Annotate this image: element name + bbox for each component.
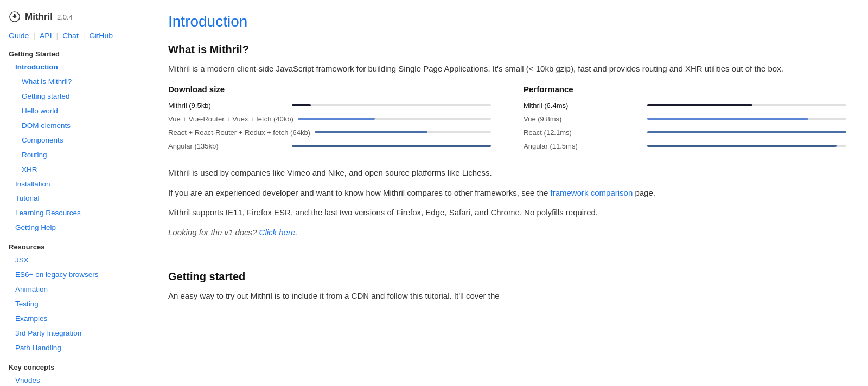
bar-fill <box>292 104 311 106</box>
sidebar-item-es6[interactable]: ES6+ on legacy browsers <box>9 268 137 282</box>
key-concepts-section: Key concepts <box>9 363 137 371</box>
bar-track <box>298 118 491 120</box>
performance-chart: Performance Mithril (6.4ms)Vue (9.8ms)Re… <box>524 85 846 156</box>
sidebar-item-getting-help[interactable]: Getting Help <box>9 221 137 235</box>
what-is-heading: What is Mithril? <box>168 43 846 56</box>
bar-row: Mithril (6.4ms) <box>524 101 846 110</box>
sidebar-item-testing[interactable]: Testing <box>9 297 137 312</box>
v1-docs-link[interactable]: Click here <box>259 228 296 237</box>
performance-title: Performance <box>524 85 846 94</box>
performance-bars: Mithril (6.4ms)Vue (9.8ms)React (12.1ms)… <box>524 101 846 150</box>
brand-version: 2.0.4 <box>57 13 73 21</box>
bar-label: Mithril (9.5kb) <box>168 101 288 110</box>
bar-track <box>292 104 491 106</box>
bar-fill <box>298 118 375 120</box>
download-size-chart: Download size Mithril (9.5kb)Vue + Vue-R… <box>168 85 491 156</box>
sidebar-item-hello-world[interactable]: Hello world <box>9 104 137 119</box>
bar-label: Angular (135kb) <box>168 142 288 150</box>
bar-fill <box>647 104 752 106</box>
bar-fill <box>292 145 491 147</box>
sidebar-item-examples[interactable]: Examples <box>9 312 137 326</box>
bar-row: Mithril (9.5kb) <box>168 101 491 110</box>
svg-point-1 <box>14 14 16 15</box>
what-is-description: Mithril is a modern client-side JavaScri… <box>168 62 846 76</box>
main-content: Introduction What is Mithril? Mithril is… <box>146 0 868 386</box>
top-nav: Guide | API | Chat | GitHub <box>9 31 137 40</box>
comparison-text-before: If you are an experienced developer and … <box>168 188 551 197</box>
bar-row: Vue (9.8ms) <box>524 115 846 123</box>
companies-text: Mithril is used by companies like Vimeo … <box>168 166 846 180</box>
bar-fill <box>647 118 808 120</box>
sidebar-item-vnodes[interactable]: Vnodes <box>9 374 137 386</box>
sidebar-item-installation[interactable]: Installation <box>9 177 137 192</box>
bar-row: Vue + Vue-Router + Vuex + fetch (40kb) <box>168 115 491 123</box>
v1-note-before: Looking for the v1 docs? <box>168 228 259 237</box>
framework-comparison-link[interactable]: framework comparison <box>551 188 633 197</box>
bar-label: React (12.1ms) <box>524 128 643 137</box>
sidebar-item-components[interactable]: Components <box>9 133 137 148</box>
chat-link[interactable]: Chat <box>62 31 79 40</box>
bar-track <box>647 118 846 120</box>
sidebar: Mithril 2.0.4 Guide | API | Chat | GitHu… <box>0 0 146 386</box>
download-bars: Mithril (9.5kb)Vue + Vue-Router + Vuex +… <box>168 101 491 150</box>
v1-note: Looking for the v1 docs? Click here. <box>168 226 846 240</box>
bar-row: React (12.1ms) <box>524 128 846 137</box>
bar-fill <box>647 145 837 147</box>
sidebar-item-dom-elements[interactable]: DOM elements <box>9 119 137 133</box>
getting-started-desc: An easy way to try out Mithril is to inc… <box>168 290 846 303</box>
v1-note-after: . <box>295 228 297 237</box>
support-text: Mithril supports IE11, Firefox ESR, and … <box>168 206 846 220</box>
getting-started-section: Getting Started <box>9 50 137 58</box>
guide-link[interactable]: Guide <box>9 31 29 40</box>
bar-track <box>647 131 846 133</box>
bar-row: Angular (135kb) <box>168 142 491 150</box>
bar-row: Angular (11.5ms) <box>524 142 846 150</box>
sidebar-item-what-is-mithril[interactable]: What is Mithril? <box>9 75 137 89</box>
bar-label: React + React-Router + Redux + fetch (64… <box>168 128 310 137</box>
resources-section: Resources <box>9 243 137 251</box>
sidebar-item-tutorial[interactable]: Tutorial <box>9 191 137 206</box>
bar-track <box>315 131 491 133</box>
sidebar-item-jsx[interactable]: JSX <box>9 253 137 268</box>
sidebar-item-routing[interactable]: Routing <box>9 148 137 163</box>
bar-label: Vue (9.8ms) <box>524 115 643 123</box>
bar-row: React + React-Router + Redux + fetch (64… <box>168 128 491 137</box>
brand: Mithril 2.0.4 <box>9 11 137 23</box>
github-link[interactable]: GitHub <box>89 31 113 40</box>
bar-track <box>647 145 846 147</box>
comparison-text-after: page. <box>633 188 655 197</box>
bar-label: Mithril (6.4ms) <box>524 101 643 110</box>
brand-name: Mithril <box>25 11 53 22</box>
getting-started-heading: Getting started <box>168 271 846 283</box>
sidebar-item-animation[interactable]: Animation <box>9 282 137 297</box>
sidebar-item-learning-resources[interactable]: Learning Resources <box>9 206 137 221</box>
download-size-title: Download size <box>168 85 491 94</box>
bar-label: Angular (11.5ms) <box>524 142 643 150</box>
sidebar-item-introduction[interactable]: Introduction <box>9 60 137 75</box>
bar-label: Vue + Vue-Router + Vuex + fetch (40kb) <box>168 115 293 123</box>
bar-track <box>292 145 491 147</box>
sidebar-item-getting-started[interactable]: Getting started <box>9 89 137 104</box>
comparison-paragraph: If you are an experienced developer and … <box>168 186 846 200</box>
section-divider <box>168 253 846 253</box>
bar-track <box>647 104 846 106</box>
sidebar-item-path-handling[interactable]: Path Handling <box>9 341 137 356</box>
api-link[interactable]: API <box>40 31 52 40</box>
sidebar-item-xhr[interactable]: XHR <box>9 163 137 177</box>
bar-fill <box>315 131 427 133</box>
bar-fill <box>647 131 846 133</box>
sidebar-item-3rdparty[interactable]: 3rd Party Integration <box>9 326 137 341</box>
charts-container: Download size Mithril (9.5kb)Vue + Vue-R… <box>168 85 846 156</box>
mithril-logo <box>9 11 21 23</box>
page-title: Introduction <box>168 13 846 30</box>
